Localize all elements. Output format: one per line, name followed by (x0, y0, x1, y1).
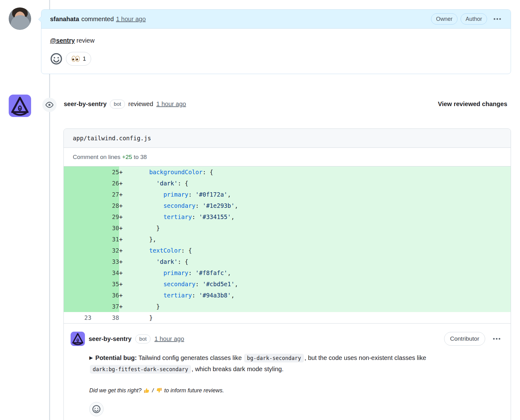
range-start: +25 (122, 154, 132, 161)
kebab-horizontal-icon (493, 18, 501, 20)
review-author-link[interactable]: seer-by-sentry (64, 100, 107, 108)
new-line-number: 25 (91, 166, 119, 178)
comment-timestamp-link[interactable]: 1 hour ago (116, 16, 146, 23)
eye-icon (45, 101, 53, 109)
diff-code-cell: + }, (119, 234, 511, 245)
add-reaction-button[interactable] (50, 53, 63, 65)
new-line-number: 38 (91, 312, 119, 323)
diff-sign: + (119, 180, 128, 187)
comment-action-text: commented (81, 16, 114, 23)
comment-card: sfanahata commented 1 hour ago Owner Aut… (41, 9, 511, 74)
smiley-icon (92, 405, 101, 413)
diff-sign: + (119, 202, 128, 209)
eyes-emoji-icon (71, 55, 80, 62)
new-line-number: 26 (91, 178, 119, 189)
diff-table: 25+ backgroundColor: {26+ 'dark': {27+ p… (64, 166, 511, 323)
reaction-count: 1 (83, 55, 86, 62)
diff-code-cell: + } (119, 222, 511, 234)
diff-sign: + (119, 236, 128, 243)
review-comment-timestamp-link[interactable]: 1 hour ago (154, 335, 184, 343)
feedback-line: Did we get this right? / to inform futur… (89, 387, 501, 394)
body-text: , which breaks dark mode styling. (192, 366, 284, 372)
old-line-number (64, 200, 91, 211)
diff-line[interactable]: 30+ } (64, 222, 511, 234)
eyes-reaction-pill[interactable]: 1 (66, 52, 91, 66)
range-end: to 38 (132, 154, 147, 161)
new-line-number: 32 (91, 245, 119, 256)
new-line-number: 37 (91, 301, 119, 312)
file-path-link[interactable]: app/tailwind.config.js (73, 135, 151, 142)
diff-sign: + (119, 225, 128, 231)
feedback-suffix: to inform future reviews. (164, 387, 224, 394)
diff-line[interactable]: 37+ } (64, 301, 511, 312)
old-line-number (64, 278, 91, 290)
kebab-menu-button[interactable] (492, 336, 501, 341)
disclosure-triangle-icon[interactable]: ▶ (89, 355, 93, 360)
old-line-number (64, 234, 91, 245)
avatar-sfanahata[interactable] (9, 7, 31, 30)
diff-line[interactable]: 34+ primary: '#f8fafc', (64, 267, 511, 278)
diff-code-cell: + tertiary: '#334155', (119, 211, 511, 222)
avatar-seer-by-sentry[interactable] (9, 95, 31, 117)
diff-line[interactable]: 33+ 'dark': { (64, 256, 511, 267)
add-reaction-button[interactable] (89, 402, 104, 416)
feedback-prefix: Did we get this right? (89, 387, 142, 394)
body-text: , but the code uses non-existent classes… (304, 354, 426, 361)
kebab-menu-button[interactable] (493, 16, 502, 21)
comment-range-row: Comment on lines +25 to 38 (64, 148, 511, 166)
new-line-number: 28 (91, 200, 119, 211)
old-line-number (64, 178, 91, 189)
comment-body: @sentry review (50, 37, 501, 44)
thumbs-up-emoji-icon (143, 387, 150, 394)
diff-line[interactable]: 26+ 'dark': { (64, 178, 511, 189)
review-card: app/tailwind.config.js Comment on lines … (63, 128, 511, 420)
review-timestamp-link[interactable]: 1 hour ago (156, 100, 186, 108)
diff-line[interactable]: 29+ tertiary: '#334155', (64, 211, 511, 222)
diff-line[interactable]: 35+ secondary: '#cbd5e1', (64, 278, 511, 290)
avatar-seer-by-sentry-small[interactable] (71, 332, 85, 346)
diff-sign: + (119, 191, 128, 198)
new-line-number: 27 (91, 189, 119, 200)
review-action-text: reviewed (128, 100, 153, 108)
diff-code-cell: + primary: '#f8fafc', (119, 267, 511, 278)
pr-conversation-page: sfanahata commented 1 hour ago Owner Aut… (0, 0, 520, 420)
diff-line[interactable]: 36+ tertiary: '#94a3b8', (64, 290, 511, 301)
diff-sign: + (119, 247, 128, 254)
old-line-number (64, 166, 91, 178)
old-line-number (64, 256, 91, 267)
comment-author-link[interactable]: sfanahata (50, 16, 79, 23)
diff-line[interactable]: 31+ }, (64, 234, 511, 245)
diff-code-cell: + secondary: '#1e293b', (119, 200, 511, 211)
view-reviewed-changes-button[interactable]: View reviewed changes (438, 100, 507, 108)
old-line-number (64, 290, 91, 301)
diff-line[interactable]: 2338 } (64, 312, 511, 323)
old-line-number (64, 189, 91, 200)
bot-badge: bot (110, 100, 125, 109)
bold-text: Potential bug: (95, 354, 137, 361)
diff-code-cell: + 'dark': { (119, 256, 511, 267)
new-line-number: 34 (91, 267, 119, 278)
diff-line[interactable]: 28+ secondary: '#1e293b', (64, 200, 511, 211)
diff-sign: + (119, 303, 128, 310)
diff-code-cell: } (119, 312, 511, 323)
diff-sign: + (119, 258, 128, 265)
new-line-number: 31 (91, 234, 119, 245)
diff-code-cell: + backgroundColor: { (119, 166, 511, 178)
author-badge: Author (461, 13, 487, 25)
diff-line[interactable]: 27+ primary: '#0f172a', (64, 189, 511, 200)
diff-line[interactable]: 25+ backgroundColor: { (64, 166, 511, 178)
bot-badge: bot (135, 334, 151, 343)
new-line-number: 30 (91, 222, 119, 234)
diff-sign: + (119, 292, 128, 299)
review-comment-body: ▶Potential bug: Tailwind config generate… (89, 352, 459, 375)
review-comment-author-link[interactable]: seer-by-sentry (89, 335, 132, 343)
diff-sign: + (119, 169, 128, 175)
diff-line[interactable]: 32+ textColor: { (64, 245, 511, 256)
mention-link[interactable]: @sentry (50, 37, 75, 44)
feedback-separator: / (152, 387, 154, 394)
comment-body-text: review (75, 37, 95, 44)
old-line-number (64, 211, 91, 222)
new-line-number: 36 (91, 290, 119, 301)
range-prefix: Comment on lines (73, 154, 122, 161)
kebab-horizontal-icon (493, 338, 501, 340)
